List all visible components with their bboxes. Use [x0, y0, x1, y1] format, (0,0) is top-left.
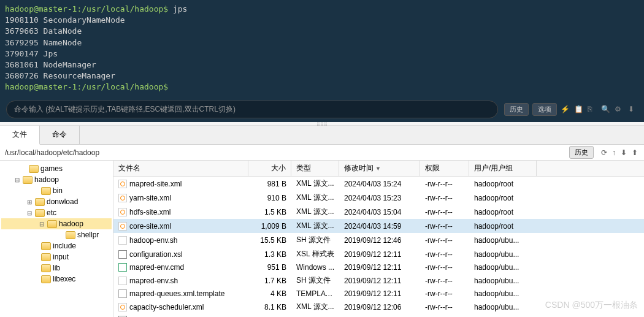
- tree-item-libexec[interactable]: libexec: [1, 273, 112, 285]
- folder-icon: [66, 231, 75, 239]
- refresh-icon[interactable]: ⟳: [601, 148, 607, 157]
- tree-item-shellpr[interactable]: shellpr: [1, 229, 112, 240]
- folder-icon: [41, 264, 51, 272]
- tab-file[interactable]: 文件: [0, 126, 40, 145]
- pane-tabs: 文件 命令: [0, 126, 644, 145]
- command-bar: 命令输入 (按ALT键提示历史,TAB键路径,ESC键返回,双击CTRL切换) …: [0, 97, 644, 122]
- tree-item-input[interactable]: input: [1, 251, 112, 262]
- file-row[interactable]: hdfs-site.xml1.5 KBXML 源文...2024/04/03 1…: [113, 205, 644, 219]
- tree-item-hadoop[interactable]: ⊟hadoop: [1, 218, 112, 229]
- file-list-header: 文件名 大小 类型 修改时间▼ 权限 用户/用户组: [113, 161, 644, 177]
- file-row[interactable]: configuration.xsl1.3 KBXSL 样式表2019/09/12…: [113, 247, 644, 261]
- folder-icon: [29, 165, 39, 173]
- file-row[interactable]: capacity-scheduler.xml8.1 KBXML 源文...201…: [113, 300, 644, 314]
- file-icon: [118, 263, 127, 272]
- up-icon[interactable]: ↑: [612, 148, 616, 157]
- file-row[interactable]: core-site.xml1,009 BXML 源文...2024/04/03 …: [113, 219, 644, 233]
- bolt-icon[interactable]: ⚡: [561, 105, 570, 115]
- folder-icon: [23, 176, 33, 184]
- path-input[interactable]: [0, 146, 568, 159]
- tree-item-etc[interactable]: ⊟etc: [1, 207, 112, 218]
- clipboard-icon[interactable]: 📋: [574, 105, 584, 115]
- file-pane: games⊟hadoopbin⊞donwload⊟etc⊟hadoopshell…: [0, 161, 644, 317]
- folder-icon: [41, 253, 51, 261]
- col-date-header[interactable]: 修改时间▼: [339, 161, 420, 176]
- folder-icon: [47, 220, 57, 228]
- tree-item-lib[interactable]: lib: [1, 262, 112, 273]
- tree-item-hadoop[interactable]: ⊟hadoop: [1, 174, 112, 185]
- file-row[interactable]: mapred-site.xml981 BXML 源文...2024/04/03 …: [113, 177, 644, 191]
- history-button[interactable]: 历史: [504, 103, 529, 116]
- path-history-button[interactable]: 历史: [569, 146, 594, 159]
- gear-icon[interactable]: ⚙: [615, 105, 624, 115]
- terminal-output: hadoop@master-1:/usr/local/hadoop$ jps19…: [0, 0, 644, 97]
- download-path-icon[interactable]: ⬇: [621, 148, 627, 157]
- file-row[interactable]: hadoop-env.sh15.5 KBSH 源文件2019/09/12 12:…: [113, 233, 644, 247]
- col-name-header[interactable]: 文件名: [113, 161, 248, 176]
- file-icon: [118, 277, 127, 285]
- file-row[interactable]: mapred-queues.xml.template4 KBTEMPLAT...…: [113, 288, 644, 300]
- tree-item-include[interactable]: include: [1, 240, 112, 251]
- options-button[interactable]: 选项: [532, 103, 557, 116]
- tab-command[interactable]: 命令: [40, 126, 80, 144]
- file-icon: [118, 208, 127, 216]
- tree-item-bin[interactable]: bin: [1, 185, 112, 196]
- command-input[interactable]: 命令输入 (按ALT键提示历史,TAB键路径,ESC键返回,双击CTRL切换): [6, 101, 498, 118]
- col-perm-header[interactable]: 权限: [420, 161, 469, 176]
- file-icon: [118, 289, 127, 298]
- file-list[interactable]: 文件名 大小 类型 修改时间▼ 权限 用户/用户组 mapred-site.xm…: [113, 161, 644, 317]
- file-row[interactable]: yarn-site.xml910 BXML 源文...2024/04/03 15…: [113, 191, 644, 205]
- folder-icon: [35, 198, 45, 206]
- file-icon: [118, 250, 127, 259]
- folder-tree[interactable]: games⊟hadoopbin⊞donwload⊟etc⊟hadoopshell…: [0, 161, 113, 317]
- path-bar: 历史 ⟳ ↑ ⬇ ⬆: [0, 145, 644, 161]
- file-icon: [118, 194, 127, 202]
- folder-icon: [41, 242, 51, 250]
- col-type-header[interactable]: 类型: [291, 161, 339, 176]
- folder-icon: [41, 187, 51, 195]
- file-row[interactable]: mapred-env.cmd951 BWindows ...2019/09/12…: [113, 261, 644, 273]
- folder-icon: [35, 209, 45, 217]
- file-icon: [118, 180, 127, 188]
- file-icon: [118, 222, 127, 231]
- tree-item-games[interactable]: games: [1, 163, 112, 174]
- file-row[interactable]: mapred-env.sh1.7 KBSH 源文件2019/09/12 12:1…: [113, 273, 644, 288]
- upload-path-icon[interactable]: ⬆: [632, 148, 638, 157]
- search-icon[interactable]: 🔍: [601, 105, 611, 115]
- col-size-header[interactable]: 大小: [248, 161, 291, 176]
- file-row[interactable]: container-executor.cfg1.9 KBConfigura...…: [113, 314, 644, 317]
- folder-icon: [41, 275, 51, 283]
- tree-item-donwload[interactable]: ⊞donwload: [1, 196, 112, 207]
- col-owner-header[interactable]: 用户/用户组: [469, 161, 537, 176]
- copy-icon[interactable]: ⎘: [588, 105, 597, 115]
- file-icon: [118, 303, 127, 311]
- download-icon[interactable]: ⬇: [628, 105, 638, 115]
- file-icon: [118, 236, 127, 245]
